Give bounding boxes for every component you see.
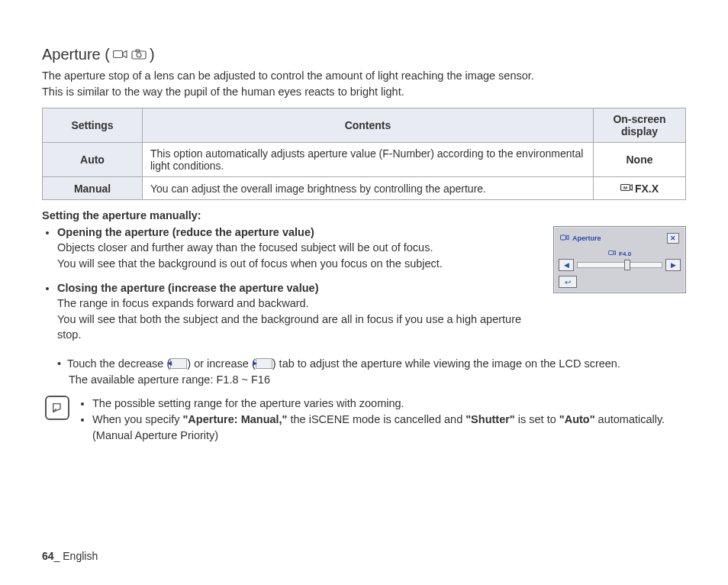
row-contents: You can adjust the overall image brightn…: [143, 177, 594, 200]
svg-point-3: [137, 53, 141, 57]
increase-tab-icon: ▶: [256, 358, 272, 369]
note-text: When you specify: [92, 413, 182, 425]
list-item: Closing the aperture (increase the apert…: [57, 280, 540, 342]
increase-button[interactable]: ▶: [665, 259, 681, 271]
note-block: The possible setting range for the apert…: [45, 396, 686, 444]
list-item: Opening the aperture (reduce the apertur…: [57, 225, 540, 271]
list-item: The possible setting range for the apert…: [92, 396, 686, 412]
manual-mode-icon: [608, 250, 617, 257]
row-display: None: [594, 143, 686, 177]
page-footer: 64_ English: [42, 550, 98, 562]
th-display: On-screen display: [594, 108, 686, 143]
bullet-title: Opening the aperture (reduce the apertur…: [57, 226, 314, 238]
footer-sep: _: [54, 550, 63, 562]
close-icon[interactable]: ✕: [667, 233, 679, 244]
footer-lang: English: [63, 550, 98, 562]
th-contents: Contents: [143, 108, 594, 143]
osd-readout-value: F4.0: [619, 250, 631, 257]
decrease-button[interactable]: ◀: [559, 259, 574, 271]
slider-track[interactable]: [577, 262, 662, 268]
row-setting: Manual: [43, 177, 143, 200]
title-end: ): [150, 46, 155, 63]
section-title: Aperture ( ): [42, 46, 686, 63]
list-item: When you specify "Aperture: Manual," the…: [92, 412, 686, 444]
note-icon: [45, 396, 69, 420]
row-display: M FX.X: [594, 177, 686, 200]
page-number: 64: [42, 550, 54, 562]
note-bold: "Auto": [559, 413, 595, 425]
th-settings: Settings: [43, 108, 143, 143]
bullet-body: The range in focus expands forward and b…: [57, 297, 521, 341]
touch-range: The available aperture range: F1.8 ~ F16: [69, 373, 270, 386]
bullet-list: Opening the aperture (reduce the apertur…: [42, 225, 540, 351]
note-text: is set to: [515, 413, 559, 425]
touch-mid: ) or increase (: [187, 357, 255, 370]
settings-table: Settings Contents On-screen display Auto…: [42, 108, 686, 200]
bullet-title: Closing the aperture (increase the apert…: [57, 282, 318, 294]
osd-title-text: Aperture: [572, 234, 601, 242]
svg-rect-0: [113, 51, 122, 58]
row-display-text: FX.X: [635, 183, 659, 195]
camcorder-icon: [113, 46, 128, 63]
svg-rect-7: [608, 251, 614, 255]
osd-panel: Aperture ✕ F4.0 ◀ ▶ ↩: [553, 226, 686, 293]
camcorder-icon: [560, 234, 569, 243]
note-bold: "Aperture: Manual,": [182, 413, 287, 425]
bullet-body: Objects closer and further away than the…: [57, 241, 443, 269]
note-text: the iSCENE mode is cancelled and: [288, 413, 466, 425]
svg-rect-6: [561, 235, 566, 240]
intro-line-1: The aperture stop of a lens can be adjus…: [42, 69, 534, 82]
intro-text: The aperture stop of a lens can be adjus…: [42, 68, 686, 100]
note-text: The possible setting range for the apert…: [92, 397, 404, 409]
slider-thumb[interactable]: [624, 260, 630, 270]
title-text: Aperture (: [42, 46, 110, 63]
touch-pre: Touch the decrease (: [67, 357, 170, 370]
decrease-tab-icon: ◀: [170, 358, 187, 369]
manual-heading: Setting the aperture manually:: [42, 209, 686, 221]
manual-mode-icon: M: [620, 182, 633, 195]
row-setting: Auto: [43, 143, 143, 177]
touch-post: ) tab to adjust the aperture while viewi…: [272, 357, 620, 370]
intro-line-2: This is similar to the way the pupil of …: [42, 86, 404, 98]
camera-icon: [131, 46, 147, 63]
table-row: Auto This option automatically adjusts a…: [43, 143, 686, 177]
osd-readout: F4.0: [559, 250, 681, 257]
return-button[interactable]: ↩: [559, 276, 577, 288]
table-row: Manual You can adjust the overall image …: [43, 177, 686, 200]
touch-instruction: • Touch the decrease (◀) or increase (▶)…: [57, 356, 686, 388]
note-list: The possible setting range for the apert…: [79, 396, 686, 444]
row-contents: This option automatically adjusts apertu…: [143, 143, 594, 177]
svg-text:M: M: [623, 186, 627, 190]
note-bold: "Shutter": [465, 413, 515, 425]
